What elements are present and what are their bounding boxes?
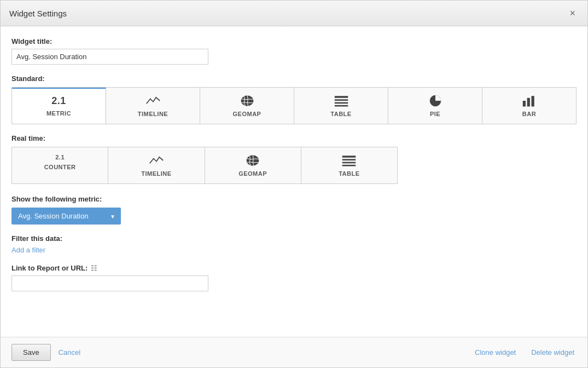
metric-label-row: Show the following metric:: [11, 195, 577, 203]
standard-type-table[interactable]: TABLE: [294, 88, 388, 124]
realtime-geomap-icon: [245, 154, 260, 167]
geomap-icon: [240, 94, 255, 107]
timeline-label: TIMELINE: [138, 111, 168, 117]
dialog-header: Widget Settings ×: [1, 1, 587, 26]
standard-type-pie[interactable]: PIE: [388, 88, 482, 124]
delete-widget-button[interactable]: Delete widget: [529, 344, 577, 360]
report-icon: ☷: [91, 264, 97, 272]
table-label: TABLE: [330, 111, 351, 117]
realtime-type-group: 2.1 COUNTER TIMELINE: [11, 147, 398, 184]
timeline-icon: [145, 94, 161, 107]
add-filter-link[interactable]: Add a filter: [11, 246, 45, 254]
bar-icon: [522, 94, 537, 107]
svg-rect-14: [342, 162, 356, 164]
filter-label: Filter this data:: [11, 234, 577, 243]
svg-rect-7: [522, 101, 525, 107]
realtime-label: Real time:: [11, 134, 577, 142]
realtime-timeline-label: TIMELINE: [141, 170, 171, 177]
standard-type-metric[interactable]: 2.1 METRIC: [12, 88, 106, 124]
svg-rect-13: [342, 159, 356, 160]
footer-right: Clone widget Delete widget: [473, 344, 577, 360]
standard-type-bar[interactable]: BAR: [482, 88, 576, 124]
realtime-table-icon: [341, 154, 357, 167]
realtime-type-counter[interactable]: 2.1 COUNTER: [12, 147, 108, 183]
svg-rect-12: [342, 156, 356, 158]
pie-label: PIE: [430, 111, 440, 117]
realtime-table-label: TABLE: [339, 170, 359, 177]
standard-type-group: 2.1 METRIC TIMELINE G: [11, 87, 577, 124]
metric-dropdown[interactable]: Avg. Session Duration: [11, 208, 121, 225]
svg-rect-15: [342, 165, 356, 166]
metric-dropdown-wrapper[interactable]: Avg. Session Duration: [11, 208, 121, 225]
svg-rect-9: [531, 96, 534, 106]
metric-number-icon: 2.1: [51, 95, 66, 107]
link-section-label: Link to Report or URL:: [11, 264, 88, 272]
metric-label: METRIC: [46, 110, 71, 117]
dialog-footer: Save Cancel Clone widget Delete widget: [1, 337, 587, 367]
widget-settings-dialog: Widget Settings × Widget title: Standard…: [0, 0, 588, 368]
metric-section-label: Show the following metric:: [11, 195, 577, 203]
counter-number-icon: 2.1: [55, 154, 65, 160]
realtime-type-table[interactable]: TABLE: [301, 147, 397, 183]
realtime-type-geomap[interactable]: GEOMAP: [205, 147, 301, 183]
table-icon: [334, 94, 349, 107]
counter-label: COUNTER: [44, 164, 76, 170]
link-label-row: Link to Report or URL: ☷: [11, 264, 577, 272]
clone-widget-button[interactable]: Clone widget: [473, 344, 518, 360]
pie-icon: [428, 94, 443, 107]
realtime-timeline-icon: [149, 154, 164, 167]
cancel-button[interactable]: Cancel: [56, 344, 83, 360]
standard-type-timeline[interactable]: TIMELINE: [106, 88, 200, 124]
dialog-title: Widget Settings: [9, 9, 67, 18]
realtime-geomap-label: GEOMAP: [238, 170, 267, 177]
widget-title-label: Widget title:: [11, 37, 577, 45]
svg-rect-8: [527, 98, 529, 107]
standard-label: Standard:: [11, 74, 577, 83]
close-button[interactable]: ×: [566, 7, 579, 19]
dialog-body: Widget title: Standard: 2.1 METRIC TIMEL…: [1, 26, 587, 337]
svg-rect-5: [334, 105, 348, 107]
save-button[interactable]: Save: [11, 344, 51, 361]
bar-label: BAR: [522, 111, 536, 117]
realtime-type-timeline[interactable]: TIMELINE: [108, 147, 205, 183]
geomap-label: GEOMAP: [233, 111, 261, 117]
standard-type-geomap[interactable]: GEOMAP: [200, 88, 294, 124]
svg-rect-4: [334, 102, 348, 104]
widget-title-input[interactable]: [11, 49, 208, 65]
svg-rect-2: [334, 96, 348, 98]
svg-rect-3: [334, 99, 348, 101]
link-input[interactable]: [11, 275, 208, 291]
